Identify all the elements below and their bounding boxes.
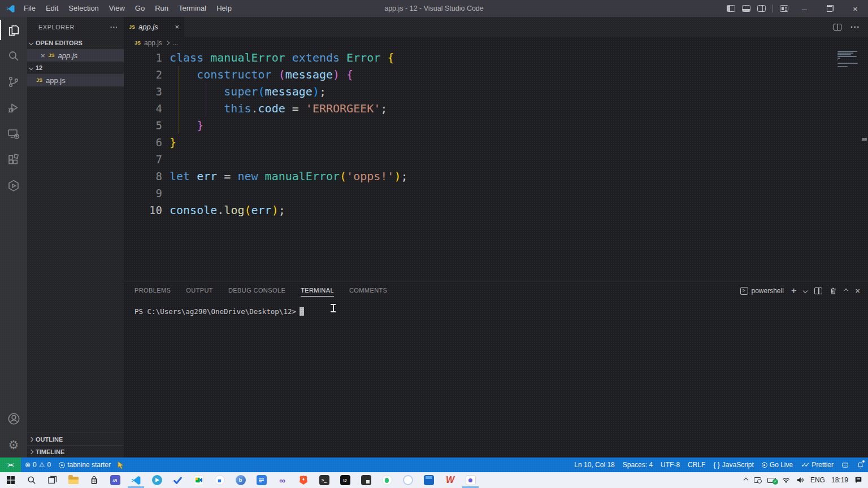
folder-header[interactable]: 12 (27, 62, 124, 74)
tray-language[interactable]: ENG (810, 476, 825, 484)
panel-tab-debug-console[interactable]: DEBUG CONSOLE (228, 281, 285, 300)
taskbar-notes-app-icon[interactable] (251, 472, 272, 488)
taskbar-intellij-idea-icon[interactable]: IJ (335, 472, 355, 488)
timeline-section-header[interactable]: TIMELINE (27, 445, 124, 457)
maximize-panel-icon[interactable] (844, 288, 848, 293)
panel-tab-output[interactable]: OUTPUT (186, 281, 213, 300)
eol-status[interactable]: CRLF (684, 457, 709, 472)
new-terminal-icon[interactable]: + (791, 286, 796, 296)
menu-go[interactable]: Go (130, 0, 150, 17)
problems-status[interactable]: ⊗ 0 ⚠ 0 (21, 457, 55, 472)
menu-file[interactable]: File (19, 0, 41, 17)
taskbar-chat-app-icon[interactable] (397, 472, 418, 488)
taskbar-blue-check-app-icon[interactable] (167, 472, 188, 488)
terminal-content[interactable]: PS C:\Users\ag290\OneDrive\Desktop\12> (134, 307, 868, 316)
menu-view[interactable]: View (104, 0, 130, 17)
breadcrumb-file[interactable]: app.js (144, 39, 162, 47)
menu-selection[interactable]: Selection (63, 0, 103, 17)
run-and-debug-icon[interactable] (0, 95, 27, 121)
taskbar-screen-recorder-icon[interactable] (460, 472, 481, 488)
taskbar-white-circle-app-icon[interactable] (209, 472, 230, 488)
search-icon[interactable] (0, 43, 27, 69)
restore-button[interactable] (817, 0, 843, 17)
shell-picker[interactable]: > powershell (740, 287, 784, 295)
tray-wifi-icon[interactable] (782, 477, 790, 483)
source-control-icon[interactable] (0, 69, 27, 95)
language-status[interactable]: { }JavaScript (709, 457, 757, 472)
code-line-content[interactable]: let err = new manualError('opps!'); (170, 168, 407, 185)
menu-terminal[interactable]: Terminal (173, 0, 211, 17)
taskbar-search-icon[interactable] (21, 472, 42, 488)
tray-battery-icon[interactable]: ✓ (767, 478, 776, 483)
outline-section-header[interactable]: OUTLINE (27, 433, 124, 445)
split-terminal-icon[interactable] (814, 287, 822, 294)
go-live-status[interactable]: Go Live (758, 457, 797, 472)
code-line-content[interactable]: class manualError extends Error { (170, 49, 394, 66)
taskbar-microsoft-store-icon[interactable] (84, 472, 105, 488)
encoding-status[interactable]: UTF-8 (657, 457, 684, 472)
taskbar-google-meet-icon[interactable] (188, 472, 209, 488)
tabnine-status[interactable]: tabnine starter (55, 457, 115, 472)
toggle-secondary-sidebar-icon[interactable] (757, 5, 766, 12)
open-editor-item[interactable]: × JS app.js (27, 49, 124, 62)
code-line-content[interactable]: console.log(err); (170, 202, 285, 219)
minimize-button[interactable]: – (792, 0, 817, 17)
minimap[interactable] (837, 51, 860, 68)
tray-volume-icon[interactable] (796, 477, 804, 483)
explorer-icon[interactable] (0, 17, 27, 43)
toggle-panel-icon[interactable] (742, 5, 750, 12)
remote-indicator[interactable]: >< (0, 457, 21, 472)
taskbar-visual-studio-icon[interactable]: ∞ (272, 472, 293, 488)
code-line-content[interactable]: super(message); (170, 83, 326, 100)
customize-layout-icon[interactable] (780, 5, 788, 12)
close-button[interactable]: × (843, 0, 868, 17)
taskbar-dark-app-icon[interactable] (355, 472, 376, 488)
menu-help[interactable]: Help (211, 0, 237, 17)
taskbar-green-dot-app-icon[interactable] (376, 472, 397, 488)
close-panel-icon[interactable]: × (855, 286, 860, 295)
taskbar-task-view-icon[interactable] (42, 472, 63, 488)
tray-display-icon[interactable] (754, 477, 761, 483)
explorer-more-actions-icon[interactable]: ··· (110, 24, 118, 30)
taskbar-file-explorer-icon[interactable] (63, 472, 84, 488)
taskbar-blue-cube-app-icon[interactable] (418, 472, 439, 488)
cursor-position-status[interactable]: Ln 10, Col 18 (570, 457, 618, 472)
settings-icon[interactable]: ⚙ (0, 432, 27, 457)
live-server-icon[interactable] (0, 173, 27, 199)
feedback-status[interactable] (837, 457, 853, 472)
taskbar-b-sphere-app-icon[interactable]: b (230, 472, 251, 488)
tray-clock[interactable]: 18:19 (831, 476, 848, 484)
remote-explorer-icon[interactable] (0, 121, 27, 147)
chevron-down-icon[interactable] (803, 288, 808, 293)
accounts-icon[interactable] (0, 406, 27, 432)
menu-edit[interactable]: Edit (41, 0, 63, 17)
kill-terminal-icon[interactable] (830, 287, 837, 295)
taskbar-start-icon[interactable] (0, 472, 21, 488)
tray-expand-icon[interactable] (744, 478, 748, 482)
panel-tab-comments[interactable]: COMMENTS (349, 281, 387, 300)
code-line-content[interactable]: this.code = 'ERRORGEEK'; (170, 100, 387, 117)
action-center-icon[interactable] (854, 476, 862, 484)
prettier-status[interactable]: ✓✓Prettier (797, 457, 837, 472)
taskbar-wps-office-icon[interactable]: W (439, 472, 460, 488)
breadcrumb-more[interactable]: ... (172, 39, 178, 47)
tab-appjs[interactable]: JS app.js × (124, 17, 184, 37)
taskbar-vscode-icon[interactable] (125, 472, 146, 488)
indentation-status[interactable]: Spaces: 4 (619, 457, 657, 472)
open-editors-header[interactable]: OPEN EDITORS (27, 37, 124, 49)
split-editor-icon[interactable] (834, 24, 841, 30)
code-line-content[interactable]: } (170, 134, 176, 151)
notifications-status[interactable] (853, 457, 868, 472)
editor-more-actions-icon[interactable]: ··· (850, 23, 860, 32)
close-editor-icon[interactable]: × (41, 52, 45, 59)
code-editor[interactable]: 1class manualError extends Error {2 cons… (124, 49, 868, 281)
code-line-content[interactable]: } (170, 117, 203, 134)
taskbar-windows-terminal-icon[interactable]: >_ (314, 472, 335, 488)
panel-tab-terminal[interactable]: TERMINAL (301, 281, 334, 300)
tab-close-icon[interactable]: × (175, 23, 179, 30)
tree-file-item[interactable]: JS app.js (27, 74, 124, 86)
menu-run[interactable]: Run (150, 0, 173, 17)
taskbar-brave-icon[interactable] (293, 472, 314, 488)
panel-tab-problems[interactable]: PROBLEMS (134, 281, 171, 300)
toggle-sidebar-icon[interactable] (727, 5, 735, 12)
